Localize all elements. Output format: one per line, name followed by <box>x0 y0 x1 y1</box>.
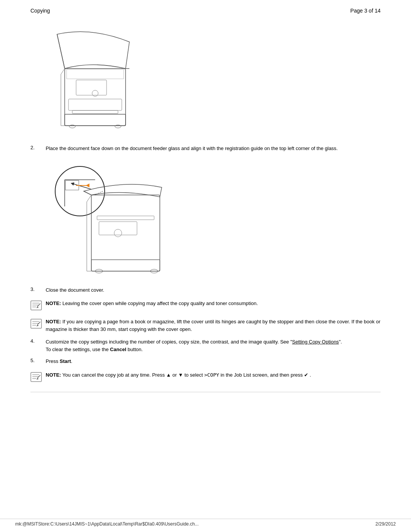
page-number: Page 3 of 14 <box>350 8 381 14</box>
svg-point-11 <box>69 125 75 128</box>
step-2-text: Place the document face down on the docu… <box>46 145 381 152</box>
svg-rect-2 <box>68 99 122 110</box>
chapter-title: Copying <box>30 8 50 14</box>
step-4-text: Customize the copy settings including th… <box>46 338 381 353</box>
step-3-text: Close the document cover. <box>46 286 381 294</box>
page-header: Copying Page 3 of 14 <box>30 8 381 15</box>
svg-rect-29 <box>97 216 154 220</box>
svg-rect-45 <box>31 372 41 382</box>
svg-rect-13 <box>72 110 118 113</box>
svg-rect-3 <box>76 80 107 95</box>
step-5: 5. Press Start. <box>30 358 381 365</box>
note-2: NOTE: If you are copying a page from a b… <box>30 316 381 334</box>
svg-rect-7 <box>67 69 124 79</box>
copy-code: >COPY <box>204 372 219 378</box>
printer-image-2 <box>53 157 160 279</box>
svg-marker-38 <box>37 307 39 308</box>
printer-diagram-2 <box>53 157 167 283</box>
note-3-label: NOTE: <box>46 372 61 378</box>
svg-rect-33 <box>31 301 41 310</box>
page-footer: mk:@MSITStore:C:\Users\14JMIS~1\AppData\… <box>0 519 411 527</box>
step-5-text: Press Start. <box>46 358 381 365</box>
setting-copy-options-link[interactable]: Setting Copy Options <box>292 339 339 345</box>
step-4-number: 4. <box>30 338 46 344</box>
note-icon-1 <box>30 300 43 311</box>
note-2-text: NOTE: If you are copying a page from a b… <box>46 318 381 333</box>
svg-rect-39 <box>31 319 41 328</box>
svg-rect-1 <box>65 114 126 126</box>
note-icon-3 <box>30 372 43 383</box>
svg-marker-44 <box>37 325 39 326</box>
svg-marker-50 <box>37 378 39 380</box>
cancel-bold: Cancel <box>110 347 126 352</box>
note-3-text: NOTE: You can cancel the copy job at any… <box>46 371 381 379</box>
printer-image-1 <box>53 23 137 137</box>
step-3-number: 3. <box>30 286 46 292</box>
step-3: 3. Close the document cover. <box>30 286 381 294</box>
svg-rect-0 <box>65 69 126 126</box>
step-2-number: 2. <box>30 145 46 150</box>
svg-line-8 <box>61 69 65 74</box>
svg-point-12 <box>115 125 121 128</box>
content-area: 2. Place the document face down on the d… <box>30 23 381 392</box>
step-2: 2. Place the document face down on the d… <box>30 145 381 152</box>
note-1-text: NOTE: Leaving the cover open while copyi… <box>46 300 381 307</box>
note-2-label: NOTE: <box>46 319 61 324</box>
printer-diagram-1 <box>53 23 137 137</box>
svg-point-4 <box>92 90 98 96</box>
note-1: NOTE: Leaving the cover open while copyi… <box>30 298 381 313</box>
step-5-number: 5. <box>30 358 46 363</box>
note-1-label: NOTE: <box>46 300 61 306</box>
footer-date: 2/29/2012 <box>376 521 396 527</box>
svg-rect-23 <box>99 222 137 235</box>
svg-point-24 <box>114 229 122 237</box>
note-icon-2 <box>30 319 43 329</box>
start-bold: Start <box>60 358 71 364</box>
svg-rect-25 <box>91 260 160 271</box>
section-divider <box>30 392 381 392</box>
step-4: 4. Customize the copy settings including… <box>30 338 381 353</box>
note-3: NOTE: You can cancel the copy job at any… <box>30 370 381 384</box>
svg-point-14 <box>55 166 105 216</box>
footer-path: mk:@MSITStore:C:\Users\14JMIS~1\AppData\… <box>15 521 199 527</box>
